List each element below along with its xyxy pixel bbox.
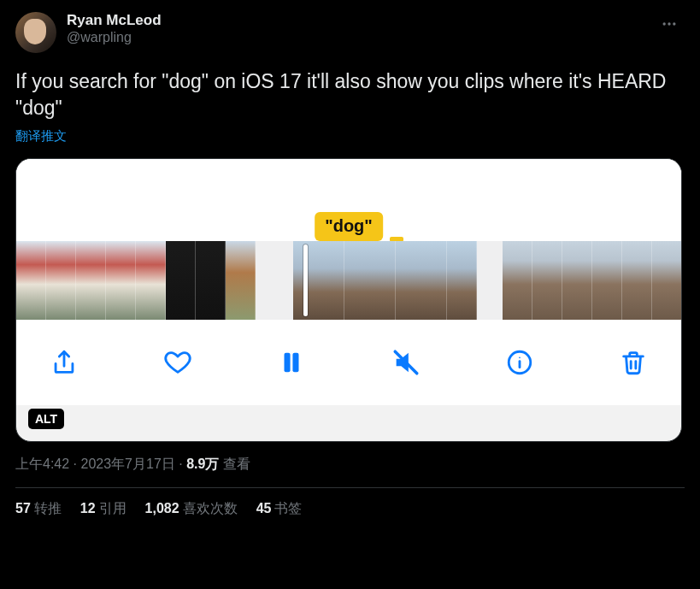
thumbnail-frame [532, 241, 562, 320]
tweet-meta: 上午4:42 · 2023年7月17日 · 8.9万 查看 [15, 456, 685, 474]
pause-icon [277, 348, 306, 377]
thumbnail-frame [106, 241, 136, 320]
more-options-button[interactable] [657, 12, 681, 36]
tweet-time[interactable]: 上午4:42 [15, 456, 69, 471]
thumbnail-frame [293, 241, 344, 320]
clip-group-3 [503, 241, 682, 320]
user-info: Ryan McLeod @warpling [67, 12, 162, 47]
media-header: "dog" [16, 159, 681, 241]
thumbnail-frame [396, 241, 447, 320]
share-icon [50, 348, 79, 377]
heart-icon [163, 348, 192, 377]
media-attachment[interactable]: "dog" [15, 158, 682, 442]
avatar[interactable] [15, 12, 56, 53]
pause-button[interactable] [273, 344, 310, 381]
thumbnail-frame [166, 241, 196, 320]
thumbnail-frame [503, 241, 532, 320]
trash-icon [619, 348, 648, 377]
tweet-stats: 57转推 12引用 1,082喜欢次数 45书签 [15, 500, 685, 518]
svg-point-1 [668, 22, 670, 25]
clip-group-1 [16, 241, 256, 320]
display-name[interactable]: Ryan McLeod [67, 12, 162, 29]
thumbnail-frame [447, 241, 477, 320]
delete-button[interactable] [615, 344, 652, 381]
views-label[interactable]: 查看 [219, 456, 250, 471]
svg-rect-3 [285, 353, 291, 373]
tweet-header: Ryan McLeod @warpling [15, 12, 685, 53]
media-toolbar [16, 320, 681, 405]
speaker-muted-icon [391, 348, 421, 377]
playhead[interactable] [303, 244, 308, 316]
thumbnail-frame [16, 241, 46, 320]
svg-rect-4 [293, 353, 299, 373]
likes-stat[interactable]: 1,082喜欢次数 [145, 500, 238, 518]
thumbnail-frame [196, 241, 226, 320]
tweet-date[interactable]: 2023年7月17日 [80, 456, 174, 471]
translate-link[interactable]: 翻译推文 [15, 128, 685, 144]
clip-group-2 [293, 241, 477, 320]
like-button[interactable] [159, 344, 197, 381]
video-timeline[interactable] [16, 241, 681, 320]
thumbnail-frame [592, 241, 622, 320]
thumbnail-frame [226, 241, 256, 320]
alt-text-badge[interactable]: ALT [28, 409, 64, 429]
views-count: 8.9万 [186, 456, 219, 471]
thumbnail-frame [46, 241, 76, 320]
svg-point-0 [663, 22, 666, 25]
tweet-container: Ryan McLeod @warpling If you search for … [0, 0, 700, 518]
search-term-badge: "dog" [315, 212, 383, 241]
ellipsis-icon [661, 15, 678, 32]
thumbnail-frame [344, 241, 396, 320]
user-handle[interactable]: @warpling [67, 29, 162, 47]
tweet-text: If you search for "dog" on iOS 17 it'll … [15, 68, 685, 121]
retweets-stat[interactable]: 57转推 [15, 500, 62, 518]
svg-point-2 [673, 22, 675, 25]
bookmarks-stat[interactable]: 45书签 [256, 500, 303, 518]
thumbnail-frame [622, 241, 652, 320]
divider [15, 487, 685, 488]
thumbnail-frame [76, 241, 106, 320]
thumbnail-frame [652, 241, 682, 320]
thumbnail-frame [562, 241, 592, 320]
share-button[interactable] [45, 344, 83, 381]
mute-button[interactable] [387, 344, 425, 381]
info-button[interactable] [501, 344, 538, 381]
thumbnail-frame [136, 241, 166, 320]
quotes-stat[interactable]: 12引用 [80, 500, 126, 518]
info-icon [505, 348, 534, 377]
svg-point-8 [519, 357, 521, 359]
